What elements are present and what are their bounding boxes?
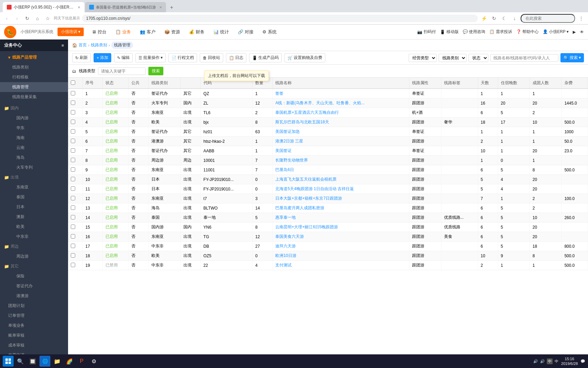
sidebar-item-cost-review[interactable]: 成本审核 bbox=[0, 340, 68, 350]
table-row[interactable]: 2 已启用 否 火车专列 国内 ZL 12 A线：新疆(乌鲁木齐、天山天池、吐鲁… bbox=[68, 98, 588, 108]
sidebar-group-outbound[interactable]: 📁 出境 bbox=[0, 172, 68, 182]
tab-erp-close[interactable]: ✕ bbox=[78, 5, 80, 9]
taskbar-cortana[interactable]: 🔲 bbox=[27, 356, 38, 367]
status-select[interactable]: 状态 bbox=[469, 54, 488, 62]
recycle-button[interactable]: 🗑 回收站 bbox=[200, 53, 223, 62]
sidebar-collapse-icon[interactable]: ≡ bbox=[61, 43, 64, 48]
sidebar-item-nearby-tour[interactable]: 周边游 bbox=[0, 251, 68, 261]
row-name[interactable]: 巴厘岛蜜月两人成团私密游 bbox=[273, 203, 409, 213]
row-checkbox[interactable] bbox=[68, 223, 82, 232]
tab-travel-close[interactable]: ✕ bbox=[159, 5, 162, 9]
sidebar-item-yunnan[interactable]: 云南 bbox=[0, 143, 68, 153]
sidebar-item-thailand[interactable]: 泰国 bbox=[0, 192, 68, 202]
breadcrumb-home[interactable]: 首页 bbox=[79, 42, 87, 48]
route-search-input[interactable] bbox=[490, 54, 558, 62]
bookmark-button[interactable]: ☆ bbox=[44, 14, 52, 22]
row-name[interactable]: 美国签证加急 bbox=[273, 127, 409, 137]
tab-erp[interactable]: 小强ERP (v3.95.002) - 小强ERP演示... ✕ bbox=[3, 2, 84, 12]
scan-pay-button[interactable]: 📷 扫码付 bbox=[417, 29, 436, 35]
extensions-button[interactable]: ⚡ bbox=[480, 14, 488, 22]
browser-search-input[interactable] bbox=[521, 14, 575, 23]
table-row[interactable]: 1 已启用 否 签证代办 其它 QZ 1 签签 单签证 1 1 1 bbox=[68, 89, 588, 98]
nav-resources[interactable]: 📦 资源 bbox=[160, 27, 184, 37]
row-name[interactable]: 长隆野生动物世界 bbox=[273, 156, 409, 165]
sync-button[interactable]: ↻ bbox=[490, 14, 498, 22]
taskbar-app5[interactable]: ⚙ bbox=[88, 356, 99, 367]
batch-button[interactable]: ☰ 批量操作 ▾ bbox=[135, 53, 166, 62]
sidebar-item-billing-review[interactable]: 账单审核 bbox=[0, 331, 68, 340]
sidebar-item-train-special[interactable]: 火车专列 bbox=[0, 163, 68, 172]
taskbar-search[interactable]: 🔍 bbox=[15, 356, 26, 367]
sidebar-item-hainan[interactable]: 海南 bbox=[0, 133, 68, 143]
search-button[interactable]: 🔍 搜索 ▾ bbox=[560, 53, 584, 62]
row-checkbox[interactable] bbox=[68, 165, 82, 175]
address-input[interactable] bbox=[82, 15, 478, 22]
table-row[interactable]: 12 已启用 否 东南亚 出境 t7 3 日本大阪+京都+箱根+东京7日跟团游 … bbox=[68, 194, 588, 203]
refresh-button[interactable]: ↻ 刷新 bbox=[72, 53, 91, 62]
nav-statistics[interactable]: 📊 统计 bbox=[209, 27, 233, 37]
user-menu-button[interactable]: 👤 小强ERP ▾ bbox=[543, 29, 569, 35]
menu-button[interactable]: ⋮ bbox=[577, 14, 585, 22]
table-row[interactable]: 6 已启用 否 港澳游 其它 htsz-hkao-2 1 港澳2日游 三星 跟团… bbox=[68, 137, 588, 146]
forward-button[interactable]: › bbox=[13, 14, 21, 22]
table-row[interactable]: 17 已启用 否 中东非 出境 DB 27 迪拜六天游 跟团游 6 5 18 8… bbox=[68, 242, 588, 251]
nav-business[interactable]: 📋 业务 bbox=[111, 27, 135, 37]
edit-button[interactable]: ✎ 编辑 bbox=[114, 53, 133, 62]
consult-button[interactable]: 💬 使用咨询 bbox=[463, 29, 485, 35]
row-checkbox[interactable] bbox=[68, 194, 82, 203]
sidebar-item-route-category[interactable]: 线路类别 bbox=[0, 62, 68, 72]
keyword-search-input[interactable] bbox=[98, 67, 146, 75]
row-checkbox[interactable] bbox=[68, 108, 82, 118]
table-row[interactable]: 11 已启用 否 日本 出境 FY-JP2019010... 0 北海道5天4晚… bbox=[68, 184, 588, 194]
row-checkbox[interactable] bbox=[68, 203, 82, 213]
row-name[interactable]: 港澳2日游 三星 bbox=[273, 137, 409, 146]
row-name[interactable]: 泰国美食六天游 bbox=[273, 232, 409, 242]
table-row[interactable]: 14 已启用 否 泰国 出境 泰一地 5 惠享泰一地 跟团游 优质线路... 6… bbox=[68, 213, 588, 223]
eye-button[interactable]: 👁 bbox=[580, 30, 584, 34]
row-name[interactable]: 美国签证 bbox=[273, 146, 409, 156]
table-row[interactable]: 18 已启用 否 欧美 出境 OZ5 0 欧洲10日游 跟团游 10 9 8 5… bbox=[68, 251, 588, 261]
sidebar-item-route-management-header[interactable]: ▾ 线路产品管理 bbox=[0, 52, 68, 62]
notification-button[interactable]: 💬 bbox=[581, 359, 585, 364]
qrcode-button[interactable]: 📱 生成产品码 bbox=[249, 53, 282, 62]
log-button[interactable]: 📋 日志 bbox=[226, 53, 246, 62]
row-checkbox[interactable] bbox=[68, 261, 82, 270]
sidebar-item-group-plan[interactable]: 团期计划 bbox=[0, 301, 68, 311]
row-checkbox[interactable] bbox=[68, 118, 82, 127]
sidebar-group-nearby[interactable]: 📁 周边 bbox=[0, 242, 68, 251]
row-name[interactable]: A线：新疆(乌鲁木齐、天山天池、吐鲁番、火焰... bbox=[273, 98, 409, 108]
taskbar-ppt[interactable]: P bbox=[76, 356, 87, 367]
row-checkbox[interactable] bbox=[68, 251, 82, 261]
sidebar-item-visa[interactable]: 签证代办 bbox=[0, 281, 68, 291]
new-tab-button[interactable]: + bbox=[167, 3, 176, 12]
route-category-select[interactable]: 线路类别 bbox=[439, 54, 467, 62]
table-row[interactable]: 3 已启用 否 东南亚 出境 TL6 2 泰国机票+五星酒店六天五晚自由行 机+… bbox=[68, 108, 588, 118]
row-checkbox[interactable] bbox=[68, 137, 82, 146]
table-row[interactable]: 8 已启用 否 周边游 周边 10001 7 长隆野生动物世界 跟团游 1 0 … bbox=[68, 156, 588, 165]
sidebar-item-europe-america[interactable]: 欧美 bbox=[0, 222, 68, 232]
table-row[interactable]: 16 已启用 否 东南亚 出境 TG 12 泰国美食六天游 跟团游 美食 6 5… bbox=[68, 232, 588, 242]
purchase-button[interactable]: 🛒 设置购物及自费 bbox=[284, 53, 325, 62]
sidebar-item-islands[interactable]: 海岛 bbox=[0, 153, 68, 163]
home-button[interactable]: ⌂ bbox=[33, 14, 42, 22]
row-checkbox[interactable] bbox=[68, 127, 82, 137]
table-row[interactable]: 13 已启用 否 海岛 出境 BLTWO 14 巴厘岛蜜月两人成团私密游 跟团游… bbox=[68, 203, 588, 213]
nav-dashboard[interactable]: 🖥 控台 bbox=[88, 27, 111, 37]
row-checkbox[interactable] bbox=[68, 213, 82, 223]
complaint-button[interactable]: 📋 需求投诉 bbox=[489, 29, 512, 35]
row-name[interactable]: 上海直飞大阪五天往返航会税机票 bbox=[273, 175, 409, 184]
nav-integration[interactable]: 🔗 对接 bbox=[234, 27, 258, 37]
row-checkbox[interactable] bbox=[68, 89, 82, 98]
start-button[interactable] bbox=[3, 356, 14, 367]
row-name[interactable]: 北海道5天4晚跟团游 1日自由活动 吉祥往返 bbox=[273, 184, 409, 194]
tray-input-cn[interactable]: 中 bbox=[547, 358, 553, 364]
row-checkbox[interactable] bbox=[68, 146, 82, 156]
sidebar-item-order-management[interactable]: 订单管理 bbox=[0, 311, 68, 321]
nav-system[interactable]: ⚙ 系统 bbox=[258, 27, 281, 37]
sidebar-group-other[interactable]: 📁 其它 bbox=[0, 261, 68, 271]
row-name[interactable]: 斯瓦尔巴群岛与北欧五国18天 bbox=[273, 118, 409, 127]
play-button[interactable]: ▶ bbox=[573, 30, 576, 34]
keyword-search-button[interactable]: 搜索 bbox=[148, 67, 163, 75]
row-name[interactable]: 惠享泰一地 bbox=[273, 213, 409, 223]
select-all-checkbox[interactable] bbox=[71, 80, 75, 85]
